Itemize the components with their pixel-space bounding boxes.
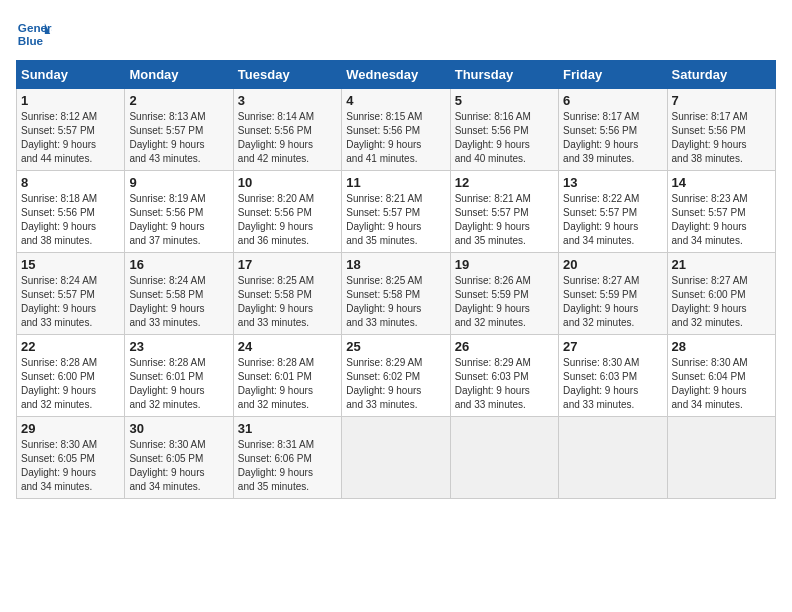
day-number: 20 xyxy=(563,257,662,272)
calendar-cell: 13Sunrise: 8:22 AMSunset: 5:57 PMDayligh… xyxy=(559,171,667,253)
day-info: Sunrise: 8:22 AMSunset: 5:57 PMDaylight:… xyxy=(563,193,639,246)
day-number: 8 xyxy=(21,175,120,190)
day-info: Sunrise: 8:20 AMSunset: 5:56 PMDaylight:… xyxy=(238,193,314,246)
day-number: 17 xyxy=(238,257,337,272)
day-number: 26 xyxy=(455,339,554,354)
calendar-cell: 4Sunrise: 8:15 AMSunset: 5:56 PMDaylight… xyxy=(342,89,450,171)
week-row-3: 22Sunrise: 8:28 AMSunset: 6:00 PMDayligh… xyxy=(17,335,776,417)
day-info: Sunrise: 8:12 AMSunset: 5:57 PMDaylight:… xyxy=(21,111,97,164)
calendar-cell: 21Sunrise: 8:27 AMSunset: 6:00 PMDayligh… xyxy=(667,253,775,335)
day-info: Sunrise: 8:14 AMSunset: 5:56 PMDaylight:… xyxy=(238,111,314,164)
day-info: Sunrise: 8:26 AMSunset: 5:59 PMDaylight:… xyxy=(455,275,531,328)
day-number: 6 xyxy=(563,93,662,108)
calendar-cell: 17Sunrise: 8:25 AMSunset: 5:58 PMDayligh… xyxy=(233,253,341,335)
day-info: Sunrise: 8:30 AMSunset: 6:03 PMDaylight:… xyxy=(563,357,639,410)
day-info: Sunrise: 8:23 AMSunset: 5:57 PMDaylight:… xyxy=(672,193,748,246)
day-number: 19 xyxy=(455,257,554,272)
svg-text:Blue: Blue xyxy=(18,34,44,47)
calendar-cell xyxy=(559,417,667,499)
day-number: 13 xyxy=(563,175,662,190)
day-number: 14 xyxy=(672,175,771,190)
calendar-cell: 18Sunrise: 8:25 AMSunset: 5:58 PMDayligh… xyxy=(342,253,450,335)
day-header-monday: Monday xyxy=(125,61,233,89)
day-info: Sunrise: 8:30 AMSunset: 6:04 PMDaylight:… xyxy=(672,357,748,410)
day-info: Sunrise: 8:31 AMSunset: 6:06 PMDaylight:… xyxy=(238,439,314,492)
calendar-cell: 22Sunrise: 8:28 AMSunset: 6:00 PMDayligh… xyxy=(17,335,125,417)
day-info: Sunrise: 8:29 AMSunset: 6:03 PMDaylight:… xyxy=(455,357,531,410)
calendar-cell: 2Sunrise: 8:13 AMSunset: 5:57 PMDaylight… xyxy=(125,89,233,171)
calendar-cell: 16Sunrise: 8:24 AMSunset: 5:58 PMDayligh… xyxy=(125,253,233,335)
day-info: Sunrise: 8:28 AMSunset: 6:01 PMDaylight:… xyxy=(129,357,205,410)
day-info: Sunrise: 8:13 AMSunset: 5:57 PMDaylight:… xyxy=(129,111,205,164)
calendar-cell: 28Sunrise: 8:30 AMSunset: 6:04 PMDayligh… xyxy=(667,335,775,417)
calendar-cell: 1Sunrise: 8:12 AMSunset: 5:57 PMDaylight… xyxy=(17,89,125,171)
day-number: 29 xyxy=(21,421,120,436)
logo-icon: General Blue xyxy=(16,16,52,52)
day-info: Sunrise: 8:30 AMSunset: 6:05 PMDaylight:… xyxy=(129,439,205,492)
day-number: 24 xyxy=(238,339,337,354)
day-number: 28 xyxy=(672,339,771,354)
day-number: 9 xyxy=(129,175,228,190)
logo: General Blue xyxy=(16,16,52,52)
calendar-cell: 3Sunrise: 8:14 AMSunset: 5:56 PMDaylight… xyxy=(233,89,341,171)
day-header-friday: Friday xyxy=(559,61,667,89)
day-number: 23 xyxy=(129,339,228,354)
day-number: 1 xyxy=(21,93,120,108)
day-info: Sunrise: 8:21 AMSunset: 5:57 PMDaylight:… xyxy=(346,193,422,246)
calendar-cell: 19Sunrise: 8:26 AMSunset: 5:59 PMDayligh… xyxy=(450,253,558,335)
calendar-cell: 12Sunrise: 8:21 AMSunset: 5:57 PMDayligh… xyxy=(450,171,558,253)
day-number: 4 xyxy=(346,93,445,108)
calendar-header-row: SundayMondayTuesdayWednesdayThursdayFrid… xyxy=(17,61,776,89)
calendar-cell xyxy=(342,417,450,499)
day-info: Sunrise: 8:29 AMSunset: 6:02 PMDaylight:… xyxy=(346,357,422,410)
calendar-cell: 30Sunrise: 8:30 AMSunset: 6:05 PMDayligh… xyxy=(125,417,233,499)
day-info: Sunrise: 8:21 AMSunset: 5:57 PMDaylight:… xyxy=(455,193,531,246)
day-number: 7 xyxy=(672,93,771,108)
day-number: 18 xyxy=(346,257,445,272)
day-info: Sunrise: 8:16 AMSunset: 5:56 PMDaylight:… xyxy=(455,111,531,164)
day-header-thursday: Thursday xyxy=(450,61,558,89)
calendar-cell: 15Sunrise: 8:24 AMSunset: 5:57 PMDayligh… xyxy=(17,253,125,335)
day-info: Sunrise: 8:27 AMSunset: 6:00 PMDaylight:… xyxy=(672,275,748,328)
calendar-cell: 25Sunrise: 8:29 AMSunset: 6:02 PMDayligh… xyxy=(342,335,450,417)
day-number: 31 xyxy=(238,421,337,436)
day-number: 16 xyxy=(129,257,228,272)
day-info: Sunrise: 8:30 AMSunset: 6:05 PMDaylight:… xyxy=(21,439,97,492)
calendar-cell: 31Sunrise: 8:31 AMSunset: 6:06 PMDayligh… xyxy=(233,417,341,499)
calendar-cell xyxy=(667,417,775,499)
calendar-cell: 5Sunrise: 8:16 AMSunset: 5:56 PMDaylight… xyxy=(450,89,558,171)
calendar-table: SundayMondayTuesdayWednesdayThursdayFrid… xyxy=(16,60,776,499)
day-number: 2 xyxy=(129,93,228,108)
calendar-cell: 26Sunrise: 8:29 AMSunset: 6:03 PMDayligh… xyxy=(450,335,558,417)
header: General Blue xyxy=(16,16,776,52)
day-number: 5 xyxy=(455,93,554,108)
day-info: Sunrise: 8:15 AMSunset: 5:56 PMDaylight:… xyxy=(346,111,422,164)
calendar-cell: 23Sunrise: 8:28 AMSunset: 6:01 PMDayligh… xyxy=(125,335,233,417)
calendar-cell: 20Sunrise: 8:27 AMSunset: 5:59 PMDayligh… xyxy=(559,253,667,335)
day-info: Sunrise: 8:17 AMSunset: 5:56 PMDaylight:… xyxy=(563,111,639,164)
day-info: Sunrise: 8:27 AMSunset: 5:59 PMDaylight:… xyxy=(563,275,639,328)
day-info: Sunrise: 8:25 AMSunset: 5:58 PMDaylight:… xyxy=(238,275,314,328)
week-row-2: 15Sunrise: 8:24 AMSunset: 5:57 PMDayligh… xyxy=(17,253,776,335)
day-number: 21 xyxy=(672,257,771,272)
day-header-sunday: Sunday xyxy=(17,61,125,89)
week-row-0: 1Sunrise: 8:12 AMSunset: 5:57 PMDaylight… xyxy=(17,89,776,171)
calendar-cell: 8Sunrise: 8:18 AMSunset: 5:56 PMDaylight… xyxy=(17,171,125,253)
day-info: Sunrise: 8:24 AMSunset: 5:58 PMDaylight:… xyxy=(129,275,205,328)
calendar-cell: 7Sunrise: 8:17 AMSunset: 5:56 PMDaylight… xyxy=(667,89,775,171)
calendar-cell: 10Sunrise: 8:20 AMSunset: 5:56 PMDayligh… xyxy=(233,171,341,253)
day-info: Sunrise: 8:24 AMSunset: 5:57 PMDaylight:… xyxy=(21,275,97,328)
day-number: 3 xyxy=(238,93,337,108)
day-number: 11 xyxy=(346,175,445,190)
day-number: 25 xyxy=(346,339,445,354)
day-info: Sunrise: 8:28 AMSunset: 6:01 PMDaylight:… xyxy=(238,357,314,410)
day-info: Sunrise: 8:28 AMSunset: 6:00 PMDaylight:… xyxy=(21,357,97,410)
day-info: Sunrise: 8:19 AMSunset: 5:56 PMDaylight:… xyxy=(129,193,205,246)
day-number: 15 xyxy=(21,257,120,272)
day-number: 27 xyxy=(563,339,662,354)
calendar-cell: 24Sunrise: 8:28 AMSunset: 6:01 PMDayligh… xyxy=(233,335,341,417)
day-number: 30 xyxy=(129,421,228,436)
calendar-cell xyxy=(450,417,558,499)
calendar-cell: 27Sunrise: 8:30 AMSunset: 6:03 PMDayligh… xyxy=(559,335,667,417)
calendar-cell: 29Sunrise: 8:30 AMSunset: 6:05 PMDayligh… xyxy=(17,417,125,499)
